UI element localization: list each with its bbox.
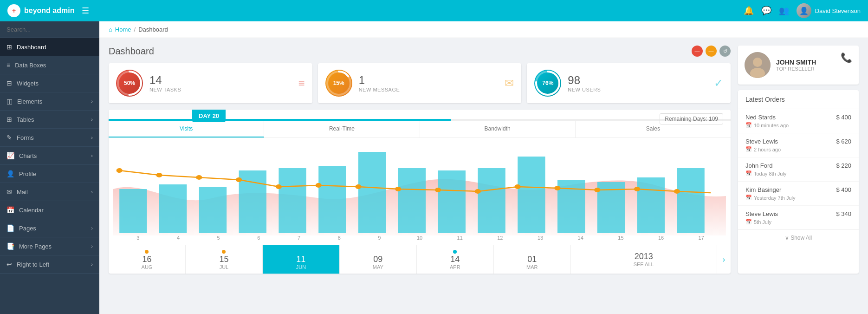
day-badge: DAY 20 <box>192 110 226 122</box>
sidebar-item-mail[interactable]: ✉ Mail › <box>0 183 99 201</box>
sidebar-item-forms[interactable]: ✎ Forms › <box>0 129 99 147</box>
chart-date-next[interactable]: › <box>717 245 731 274</box>
x-label: 10 <box>400 235 440 241</box>
x-label: 11 <box>440 235 480 241</box>
svg-point-28 <box>395 187 401 191</box>
order-time: 📅 Today 8th July <box>745 170 786 177</box>
sidebar-item-more-pages[interactable]: 📑 More Pages › <box>0 237 99 255</box>
hamburger-icon[interactable]: ☰ <box>82 6 89 16</box>
order-name: Kim Basinger <box>745 186 795 193</box>
chart-date-seeall[interactable]: 2013 SEE ALL <box>571 245 717 274</box>
stat-label-users: NEW USERS <box>568 87 601 92</box>
chart-date-day: 01 <box>496 255 569 264</box>
sidebar-arrow-right-to-left: › <box>91 262 93 267</box>
stat-circle-tasks: 50% <box>116 70 143 97</box>
order-time: 📅 10 minutes ago <box>745 122 789 128</box>
chart-tab-0[interactable]: Visits <box>109 121 264 137</box>
sidebar-icon-right-to-left: ↩ <box>6 261 12 268</box>
sidebar-icon-pages: 📄 <box>6 224 14 232</box>
chart-date-apr[interactable]: 14 APR <box>417 245 494 274</box>
order-amount: $ 340 <box>836 210 851 217</box>
sidebar-item-data-boxes[interactable]: ≡ Data Boxes <box>0 56 99 74</box>
svg-point-35 <box>674 189 680 194</box>
right-panel: JOHN SMITH TOP RESELLER 📞 Latest Orders … <box>738 46 859 274</box>
x-label: 15 <box>601 235 641 241</box>
sidebar-label-dashboard: Dashboard <box>17 44 93 51</box>
top-navbar: + beyond admin ☰ 🔔 💬 👥 👤 David Stevenson <box>0 0 868 21</box>
chart-date-jul[interactable]: 15 JUL <box>186 245 263 274</box>
sidebar-label-tables: Tables <box>17 116 91 123</box>
svg-rect-7 <box>159 184 187 233</box>
sidebar-item-right-to-left[interactable]: ↩ Right to Left › <box>0 255 99 274</box>
order-time: 📅 Yesterday 7th July <box>745 195 795 201</box>
stat-icon-messages: ✉ <box>505 77 514 90</box>
main-content: ⌂ Home / Dashboard Dashboard — — ↺ <box>99 21 868 314</box>
x-label: 14 <box>560 235 601 241</box>
reseller-title: TOP RESELLER <box>776 66 816 72</box>
sidebar-item-calendar[interactable]: 📅 Calendar <box>0 201 99 219</box>
sidebar-item-profile[interactable]: 👤 Profile <box>0 165 99 183</box>
sidebar-item-dashboard[interactable]: ⊞ Dashboard <box>0 38 99 56</box>
sidebar-item-tables[interactable]: ⊞ Tables › <box>0 111 99 129</box>
chart-date-may[interactable]: 09 MAY <box>340 245 417 274</box>
order-name: John Ford <box>745 162 786 169</box>
app-logo: + beyond admin <box>7 4 74 17</box>
svg-rect-19 <box>637 177 665 233</box>
x-label: 13 <box>520 235 561 241</box>
chart-date-dot <box>453 250 457 254</box>
account-icon[interactable]: 👥 <box>779 6 789 16</box>
sidebar-label-profile: Profile <box>19 170 93 177</box>
chart-progress-fill <box>109 119 451 121</box>
sidebar-icon-profile: 👤 <box>6 170 14 177</box>
chart-tab-2[interactable]: Bandwidth <box>420 121 576 137</box>
order-time: 📅 5th July <box>745 219 778 225</box>
sidebar-icon-more-pages: 📑 <box>6 242 14 250</box>
order-item: Kim Basinger 📅 Yesterday 7th July $ 400 <box>738 182 859 206</box>
chart-date-jun[interactable]: 11 JUN <box>263 245 340 274</box>
sidebar-icon-charts: 📈 <box>6 152 14 159</box>
svg-point-23 <box>196 175 202 180</box>
chart-date-aug[interactable]: 16 AUG <box>109 245 186 274</box>
svg-point-29 <box>435 188 441 192</box>
svg-point-26 <box>316 183 322 188</box>
chart-tab-1[interactable]: Real-Time <box>264 121 420 137</box>
search-input[interactable] <box>6 26 93 33</box>
sidebar-arrow-mail: › <box>91 189 93 195</box>
chart-date-mar[interactable]: 01 MAR <box>494 245 571 274</box>
message-icon[interactable]: 💬 <box>761 6 771 16</box>
chart-date-day: 15 <box>188 255 260 264</box>
user-avatar: 👤 <box>797 3 811 18</box>
title-action-refresh[interactable]: ↺ <box>719 46 731 57</box>
stat-cards: 50% 14 NEW TASKS ≡ 15% 1 NEW MESSAGE ✉ 7… <box>109 63 731 103</box>
svg-rect-16 <box>518 157 545 233</box>
chart-date-month: JUN <box>265 264 337 270</box>
sidebar-item-elements[interactable]: ◫ Elements › <box>0 92 99 111</box>
stat-icon-tasks: ≡ <box>298 77 305 90</box>
user-menu[interactable]: 👤 David Stevenson <box>797 3 861 18</box>
page-title: Dashboard <box>109 46 154 57</box>
reseller-name: JOHN SMITH <box>776 59 816 66</box>
sidebar: ⊞ Dashboard ≡ Data Boxes ⊟ Widgets ◫ Ele… <box>0 21 99 314</box>
svg-point-22 <box>156 173 162 177</box>
breadcrumb-current: Dashboard <box>138 26 168 33</box>
sidebar-label-calendar: Calendar <box>19 207 93 214</box>
show-all-button[interactable]: ∨ Show All <box>738 229 859 246</box>
x-label: 8 <box>319 235 359 241</box>
svg-point-30 <box>475 189 481 194</box>
sidebar-item-widgets[interactable]: ⊟ Widgets <box>0 74 99 92</box>
breadcrumb: ⌂ Home / Dashboard <box>99 21 868 38</box>
stat-card-messages: 15% 1 NEW MESSAGE ✉ <box>318 63 522 103</box>
stat-info-messages: 1 NEW MESSAGE <box>359 74 400 92</box>
title-action-red[interactable]: — <box>692 46 703 57</box>
breadcrumb-home[interactable]: Home <box>115 26 131 33</box>
sidebar-item-pages[interactable]: 📄 Pages › <box>0 219 99 237</box>
chart-date-month: MAY <box>342 264 415 270</box>
sidebar-label-right-to-left: Right to Left <box>17 261 91 268</box>
stat-percent-tasks: 50% <box>124 80 135 86</box>
notification-icon[interactable]: 🔔 <box>744 6 754 16</box>
title-action-orange[interactable]: — <box>706 46 717 57</box>
orders-title: Latest Orders <box>738 90 859 109</box>
sidebar-item-charts[interactable]: 📈 Charts › <box>0 147 99 165</box>
sidebar-arrow-more-pages: › <box>91 243 93 249</box>
chevron-right-icon: › <box>723 255 725 264</box>
